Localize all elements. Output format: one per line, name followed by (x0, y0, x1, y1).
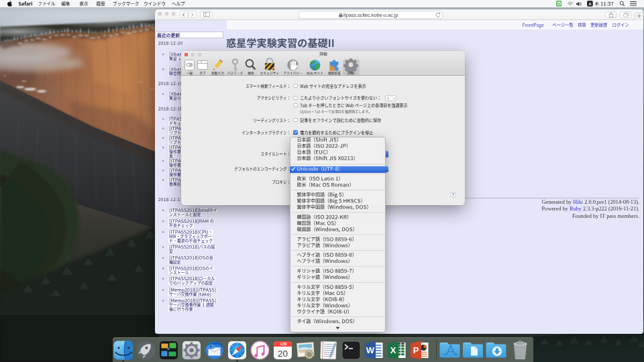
svg-text:A: A (588, 1, 592, 6)
